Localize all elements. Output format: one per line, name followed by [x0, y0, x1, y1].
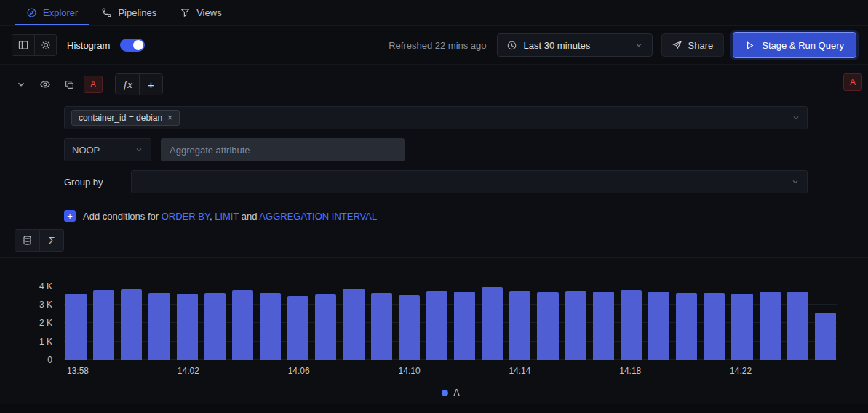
toggle-visibility-button[interactable] [36, 75, 55, 94]
histogram-bar[interactable] [204, 293, 226, 360]
histogram-label: Histogram [67, 40, 110, 51]
histogram-bar[interactable] [454, 292, 475, 360]
share-button[interactable]: Share [661, 33, 725, 57]
x-tick-label: 14:06 [288, 366, 310, 376]
filter-chip[interactable]: container_id = debian × [71, 110, 180, 126]
panel-icon [17, 39, 29, 51]
tab-explorer[interactable]: Explorer [15, 0, 89, 25]
aggregate-operator-select[interactable]: NOOP [64, 138, 151, 161]
share-label: Share [688, 40, 714, 51]
stage-run-query-button[interactable]: Stage & Run Query [733, 32, 856, 58]
histogram-bar[interactable] [371, 293, 392, 360]
x-tick-label: 14:18 [619, 366, 641, 376]
histogram-bar[interactable] [731, 294, 752, 360]
group-by-select[interactable] [131, 170, 808, 193]
x-tick-label: 14:02 [178, 366, 199, 376]
histogram-chart: 4 K3 K2 K1 K0 [64, 280, 837, 360]
histogram-bar[interactable] [177, 294, 198, 360]
bottom-strip [0, 404, 868, 413]
chevron-down-icon [791, 177, 800, 186]
refreshed-status: Refreshed 22 mins ago [389, 40, 486, 51]
panel-view-button[interactable] [12, 35, 34, 55]
y-tick-label: 3 K [17, 300, 52, 310]
order-by-link[interactable]: ORDER BY [162, 211, 210, 222]
histogram-bar[interactable] [648, 292, 669, 360]
histogram-bar[interactable] [260, 293, 281, 360]
histogram-bar[interactable] [148, 293, 170, 360]
histogram-bar[interactable] [232, 290, 253, 360]
add-conditions-icon[interactable]: + [64, 210, 76, 222]
histogram-bar[interactable] [760, 292, 781, 360]
query-label-badge[interactable]: A [84, 76, 103, 93]
histogram-bar[interactable] [399, 295, 420, 360]
histogram-bar[interactable] [537, 292, 558, 360]
gear-icon [40, 39, 52, 51]
histogram-bar[interactable] [787, 292, 808, 360]
histogram-bar[interactable] [65, 294, 87, 360]
histogram-bar[interactable] [121, 289, 142, 360]
aggregate-operator-value: NOOP [72, 145, 100, 156]
query-label-badge-right[interactable]: A [843, 73, 862, 91]
filter-chip-label: container_id = debian [79, 113, 162, 123]
eye-icon [39, 79, 51, 90]
query-formula-toggle-group: Σ [15, 229, 64, 252]
settings-view-button[interactable] [34, 35, 56, 55]
legend-item[interactable]: A [442, 388, 459, 398]
formula-button[interactable]: Σ [39, 230, 63, 251]
histogram-bar[interactable] [509, 291, 530, 360]
add-function-button[interactable]: ƒx [116, 74, 139, 95]
x-tick-label: 14:10 [399, 366, 421, 376]
chevron-down-icon [135, 145, 143, 154]
histogram-bar[interactable] [287, 296, 308, 360]
chart-legend: A [64, 388, 837, 398]
histogram-bar[interactable] [426, 291, 447, 360]
view-toggle-group [12, 34, 57, 56]
y-tick-label: 0 [17, 355, 52, 365]
pipeline-icon [101, 7, 112, 18]
aggregation-interval-link[interactable]: AGGREGATION INTERVAL [259, 211, 377, 222]
chart-bars [64, 280, 837, 360]
chevron-down-icon [16, 79, 26, 89]
histogram-toggle[interactable] [120, 39, 145, 52]
histogram-bar[interactable] [676, 293, 697, 360]
histogram-bar[interactable] [621, 290, 642, 360]
histogram-bar[interactable] [315, 294, 336, 360]
group-by-label: Group by [64, 177, 131, 188]
histogram-bar[interactable] [704, 293, 725, 360]
query-builder-panel: A A ƒx + [0, 65, 868, 258]
histogram-bar[interactable] [343, 289, 364, 360]
clock-icon [506, 40, 517, 51]
send-icon [672, 40, 682, 50]
query-source-button[interactable] [15, 230, 39, 251]
tab-label: Pipelines [118, 7, 156, 18]
x-tick-label: 14:14 [509, 366, 530, 376]
y-tick-label: 2 K [17, 318, 52, 328]
query-function-group: ƒx + [115, 73, 163, 95]
time-range-value: Last 30 minutes [524, 40, 591, 51]
legend-dot [442, 390, 448, 396]
compass-icon [26, 7, 37, 18]
limit-link[interactable]: LIMIT [215, 211, 239, 222]
tab-pipelines[interactable]: Pipelines [89, 0, 168, 25]
chip-close-icon[interactable]: × [167, 113, 172, 123]
x-axis-labels: 13:5814:0214:0614:1014:1414:1814:22 [64, 366, 837, 379]
chevron-down-icon [634, 41, 643, 49]
legend-label: A [453, 388, 459, 398]
copy-icon [64, 79, 75, 90]
explorer-toolbar: Histogram Refreshed 22 mins ago Last 30 … [0, 26, 868, 65]
copy-query-button[interactable] [60, 75, 79, 94]
filter-search-input[interactable]: container_id = debian × [64, 106, 808, 129]
collapse-query-button[interactable] [12, 75, 31, 94]
histogram-bar[interactable] [565, 291, 586, 360]
histogram-bar[interactable] [482, 287, 503, 360]
histogram-bar[interactable] [593, 292, 614, 360]
histogram-bar[interactable] [93, 290, 114, 360]
run-query-label: Stage & Run Query [762, 40, 844, 51]
add-query-button[interactable]: + [139, 74, 162, 95]
database-icon [22, 235, 33, 246]
query-right-rail: A [837, 65, 868, 257]
histogram-bar[interactable] [815, 313, 836, 360]
tab-views[interactable]: Views [168, 0, 233, 25]
time-range-select[interactable]: Last 30 minutes [497, 33, 653, 57]
aggregate-attribute-input[interactable] [161, 138, 405, 161]
